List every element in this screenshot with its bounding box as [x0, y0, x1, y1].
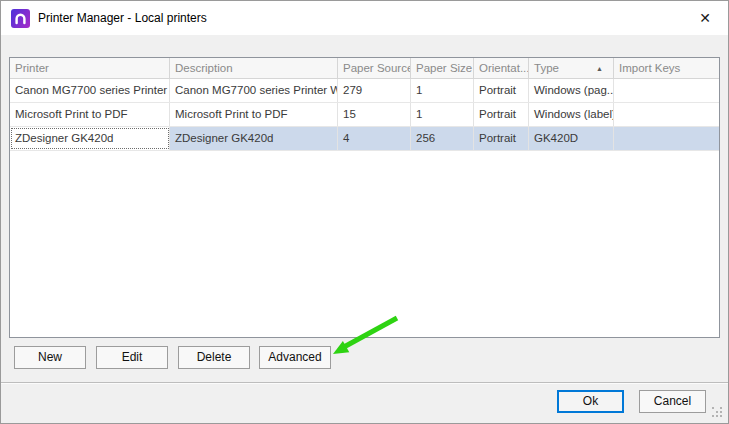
delete-button[interactable]: Delete — [178, 346, 250, 369]
table-cell[interactable]: Microsoft Print to PDF — [170, 103, 338, 126]
table-cell[interactable] — [614, 79, 719, 102]
footer-separator — [1, 382, 728, 384]
column-header-label: Orientat... — [479, 59, 529, 78]
table-cell[interactable]: Microsoft Print to PDF — [10, 103, 170, 126]
new-button[interactable]: New — [14, 346, 86, 369]
table-cell[interactable]: 1 — [411, 79, 474, 102]
column-header-type[interactable]: Type▲ — [529, 58, 614, 78]
cancel-button[interactable]: Cancel — [639, 390, 706, 413]
table-cell[interactable]: Windows (label) — [529, 103, 614, 126]
table-body: Canon MG7700 series Printer ...Canon MG7… — [10, 79, 719, 151]
column-header-description[interactable]: Description — [170, 58, 338, 78]
table-cell[interactable]: ZDesigner GK420d — [10, 127, 170, 150]
table-cell[interactable]: Windows (pag... — [529, 79, 614, 102]
table-cell[interactable]: 279 — [338, 79, 411, 102]
close-icon[interactable]: ✕ — [695, 8, 715, 28]
table-cell[interactable] — [614, 103, 719, 126]
table-row[interactable]: ZDesigner GK420dZDesigner GK420d4256Port… — [10, 127, 719, 151]
table-row[interactable]: Microsoft Print to PDFMicrosoft Print to… — [10, 103, 719, 127]
sort-ascending-icon: ▲ — [596, 59, 603, 78]
column-header-label: Paper Source — [343, 59, 411, 78]
column-header-import-keys[interactable]: Import Keys — [614, 58, 719, 78]
table-cell[interactable]: 256 — [411, 127, 474, 150]
column-header-label: Import Keys — [619, 59, 680, 78]
table-cell[interactable]: ZDesigner GK420d — [170, 127, 338, 150]
table-cell[interactable]: 15 — [338, 103, 411, 126]
window-title: Printer Manager - Local printers — [38, 11, 207, 25]
table-cell[interactable] — [614, 127, 719, 150]
table-cell[interactable]: Canon MG7700 series Printer WS — [170, 79, 338, 102]
app-logo-icon — [11, 9, 30, 28]
table-cell[interactable]: Portrait — [474, 79, 529, 102]
column-header-paper-size[interactable]: Paper Size — [411, 58, 474, 78]
advanced-button[interactable]: Advanced — [259, 346, 331, 369]
printers-table: PrinterDescriptionPaper SourcePaper Size… — [9, 57, 720, 338]
column-header-paper-source[interactable]: Paper Source — [338, 58, 411, 78]
column-header-orientat[interactable]: Orientat... — [474, 58, 529, 78]
table-header-row: PrinterDescriptionPaper SourcePaper Size… — [10, 58, 719, 79]
table-cell[interactable]: Portrait — [474, 127, 529, 150]
resize-grip[interactable] — [711, 406, 723, 418]
table-cell[interactable]: 1 — [411, 103, 474, 126]
printer-manager-dialog: Printer Manager - Local printers ✕ Print… — [0, 0, 729, 424]
title-bar: Printer Manager - Local printers ✕ — [1, 1, 728, 35]
table-cell[interactable]: GK420D — [529, 127, 614, 150]
arch-glyph — [14, 12, 27, 25]
ok-button[interactable]: Ok — [557, 390, 624, 413]
table-row[interactable]: Canon MG7700 series Printer ...Canon MG7… — [10, 79, 719, 103]
table-cell[interactable]: 4 — [338, 127, 411, 150]
column-header-label: Paper Size — [416, 59, 472, 78]
table-cell[interactable]: Portrait — [474, 103, 529, 126]
column-header-label: Type — [534, 59, 559, 78]
column-header-label: Description — [175, 59, 233, 78]
column-header-printer[interactable]: Printer — [10, 58, 170, 78]
column-header-label: Printer — [15, 59, 49, 78]
edit-button[interactable]: Edit — [96, 346, 168, 369]
table-cell[interactable]: Canon MG7700 series Printer ... — [10, 79, 170, 102]
